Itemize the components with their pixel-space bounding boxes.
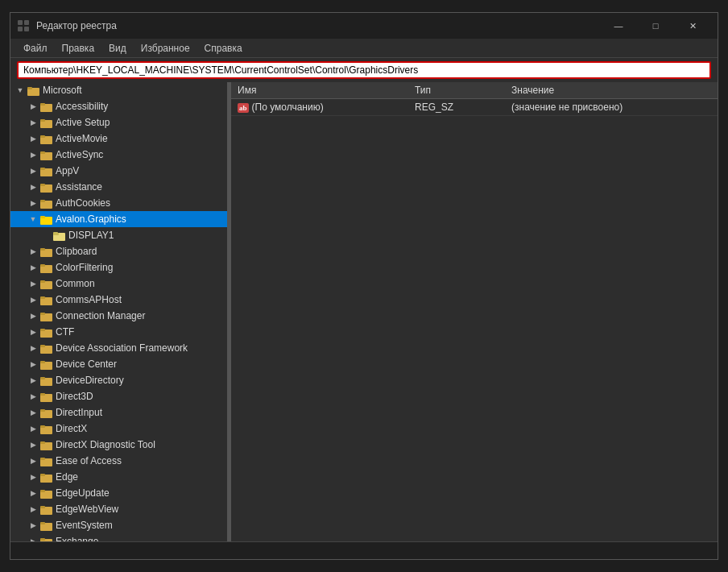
expand-arrow-icon: ▼ xyxy=(27,211,39,227)
tree-item[interactable]: ▶Assistance xyxy=(10,179,227,195)
address-bar-row: Компьютер\HKEY_LOCAL_MACHINE\SYSTEM\Curr… xyxy=(10,58,718,82)
menu-help[interactable]: Справка xyxy=(198,41,249,56)
tree-item[interactable]: ▶EdgeUpdate xyxy=(10,485,227,501)
tree-label: Connection Manager xyxy=(56,310,145,321)
tree-label: Exchange xyxy=(56,536,98,541)
tree-item[interactable]: ▶DirectX xyxy=(10,421,227,437)
app-icon xyxy=(17,19,30,32)
svg-rect-9 xyxy=(40,119,45,122)
folder-icon xyxy=(39,132,52,145)
menu-favorites[interactable]: Избранное xyxy=(134,41,196,56)
address-bar[interactable]: Компьютер\HKEY_LOCAL_MACHINE\SYSTEM\Curr… xyxy=(17,61,711,79)
menu-view[interactable]: Вид xyxy=(102,41,133,56)
svg-rect-38 xyxy=(40,345,45,347)
tree-item[interactable]: ▶Exchange xyxy=(10,533,227,541)
tree-item[interactable]: ▶DeviceDirectory xyxy=(10,372,227,388)
tree-label: Active Setup xyxy=(56,117,110,128)
expand-arrow-icon: ▶ xyxy=(27,356,39,372)
minimize-button[interactable]: — xyxy=(600,13,637,39)
tree-label: Device Association Framework xyxy=(56,342,188,354)
svg-rect-48 xyxy=(40,425,45,428)
tree-item[interactable]: ▶DirectX Diagnostic Tool xyxy=(10,437,227,453)
folder-icon xyxy=(39,197,52,209)
menu-file[interactable]: Файл xyxy=(17,41,54,56)
folder-icon xyxy=(39,180,52,193)
expand-arrow-icon: ▶ xyxy=(27,437,39,453)
svg-rect-7 xyxy=(40,103,45,106)
expand-arrow-icon: ▶ xyxy=(27,340,39,356)
folder-icon xyxy=(39,213,52,226)
svg-rect-34 xyxy=(40,313,45,315)
tree-label: EdgeUpdate xyxy=(56,487,110,499)
expand-arrow-icon: ▶ xyxy=(27,501,39,517)
tree-item[interactable]: ▶DirectInput xyxy=(10,404,227,421)
tree-item[interactable]: ▶CommsAPHost xyxy=(10,292,227,308)
tree-panel[interactable]: ▼Microsoft▶Accessibility▶Active Setup▶Ac… xyxy=(10,82,228,541)
tree-item[interactable]: ▶EventSystem xyxy=(10,517,227,533)
tree-label: AppV xyxy=(56,165,79,176)
tree-item[interactable]: ▶Accessibility xyxy=(10,98,227,114)
tree-item[interactable]: ▶Direct3D xyxy=(10,388,227,404)
expand-arrow-icon: ▶ xyxy=(27,517,39,533)
tree-label: DirectX Diagnostic Tool xyxy=(56,439,155,450)
tree-item[interactable]: ▼Avalon.Graphics xyxy=(10,211,227,227)
tree-item[interactable]: ▶Common xyxy=(10,276,227,292)
maximize-button[interactable]: □ xyxy=(637,13,674,39)
folder-icon xyxy=(39,422,52,435)
expand-arrow-icon: ▶ xyxy=(27,308,39,324)
tree-item[interactable]: ▶AppV xyxy=(10,163,227,179)
tree-item[interactable]: ▶AuthCookies xyxy=(10,195,227,211)
table-row[interactable]: ab(По умолчанию)REG_SZ(значение не присв… xyxy=(231,99,718,116)
folder-icon xyxy=(39,342,52,354)
expand-arrow-icon: ▶ xyxy=(27,388,39,404)
tree-label: Direct3D xyxy=(56,391,93,402)
tree-item[interactable]: ▶Device Association Framework xyxy=(10,340,227,356)
expand-arrow-icon: ▶ xyxy=(27,163,39,179)
registry-table: Имя Тип Значение ab(По умолчанию)REG_SZ(… xyxy=(231,82,718,116)
tree-item[interactable]: ▶Device Center xyxy=(10,356,227,372)
tree-label: ActiveMovie xyxy=(56,133,108,144)
col-type[interactable]: Тип xyxy=(408,82,505,99)
close-button[interactable]: ✕ xyxy=(674,13,711,39)
tree-label: Assistance xyxy=(56,181,102,193)
svg-rect-42 xyxy=(40,377,45,379)
expand-arrow-icon: ▶ xyxy=(27,324,39,340)
tree-item[interactable]: ▶ColorFiltering xyxy=(10,259,227,276)
svg-rect-21 xyxy=(40,216,45,218)
col-name[interactable]: Имя xyxy=(231,82,408,99)
tree-label: Ease of Access xyxy=(56,455,122,466)
tree-item[interactable]: ▶CTF xyxy=(10,324,227,340)
expand-arrow-icon: ▼ xyxy=(14,82,27,98)
tree-item[interactable]: ▶EdgeWebView xyxy=(10,501,227,517)
tree-item[interactable]: ▶Connection Manager xyxy=(10,308,227,324)
folder-icon xyxy=(39,116,52,129)
window-title: Редактор реестра xyxy=(36,20,600,31)
tree-item[interactable]: ▼Microsoft xyxy=(10,82,227,98)
svg-rect-26 xyxy=(40,248,45,251)
tree-item[interactable]: ▶ActiveMovie xyxy=(10,131,227,147)
svg-rect-13 xyxy=(40,151,45,154)
svg-rect-54 xyxy=(40,474,45,476)
svg-rect-50 xyxy=(40,441,45,444)
tree-item[interactable]: ▶Ease of Access xyxy=(10,453,227,469)
col-value[interactable]: Значение xyxy=(505,82,718,99)
tree-item[interactable]: ▶Edge xyxy=(10,469,227,485)
expand-arrow-icon: ▶ xyxy=(27,114,39,131)
folder-icon xyxy=(39,390,52,403)
tree-item[interactable]: ▶Clipboard xyxy=(10,243,227,259)
expand-arrow-icon xyxy=(39,227,52,243)
svg-rect-15 xyxy=(40,168,45,170)
svg-rect-56 xyxy=(40,490,45,492)
tree-label: EdgeWebView xyxy=(56,504,118,515)
cell-name: ab(По умолчанию) xyxy=(231,99,408,116)
svg-rect-5 xyxy=(27,87,32,89)
menu-edit[interactable]: Правка xyxy=(56,41,101,56)
svg-rect-2 xyxy=(18,27,23,31)
svg-rect-1 xyxy=(24,20,29,25)
tree-item[interactable]: ▶Active Setup xyxy=(10,114,227,131)
menu-bar: Файл Правка Вид Избранное Справка xyxy=(10,39,718,58)
tree-item[interactable]: ▶ActiveSync xyxy=(10,147,227,163)
svg-rect-62 xyxy=(40,538,45,541)
tree-item[interactable]: DISPLAY1 xyxy=(10,227,227,243)
cell-value: (значение не присвоено) xyxy=(505,99,718,116)
